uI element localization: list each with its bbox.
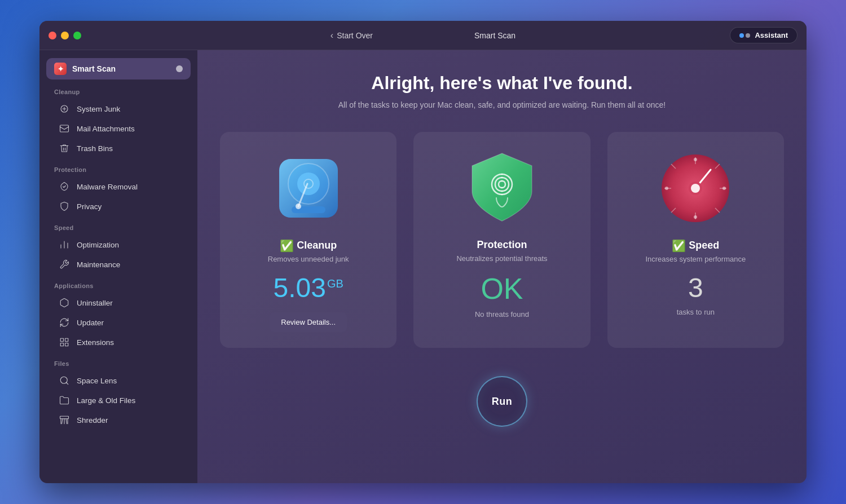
app-window: ‹ Start Over Smart Scan Assistant ✦ Smar… xyxy=(39,21,807,483)
close-button[interactable] xyxy=(49,32,56,39)
sidebar-label-shredder: Shredder xyxy=(77,416,108,425)
section-label-applications: Applications xyxy=(39,275,197,293)
main-subtext: All of the tasks to keep your Mac clean,… xyxy=(338,100,666,109)
sidebar-label-system-junk: System Junk xyxy=(77,105,120,113)
svg-rect-8 xyxy=(65,343,68,346)
svg-point-30 xyxy=(722,187,726,190)
sidebar-item-space-lens[interactable]: Space Lens xyxy=(44,371,193,390)
maintenance-icon xyxy=(59,259,70,270)
sidebar-label-mail-attachments: Mail Attachments xyxy=(77,125,135,133)
speed-gauge-icon xyxy=(659,152,732,225)
uninstaller-icon xyxy=(59,297,70,308)
sidebar-label-updater: Updater xyxy=(77,319,104,327)
sidebar-item-system-junk[interactable]: System Junk xyxy=(44,99,193,118)
sidebar-item-privacy[interactable]: Privacy xyxy=(44,197,193,216)
back-label: Start Over xyxy=(337,31,373,40)
cleanup-icon-wrapper xyxy=(269,149,348,228)
sidebar-label-large-old-files: Large & Old Files xyxy=(77,396,135,405)
optimization-icon xyxy=(59,239,70,250)
svg-rect-1 xyxy=(60,125,69,132)
sidebar-item-large-old-files[interactable]: Large & Old Files xyxy=(44,391,193,410)
svg-point-27 xyxy=(694,158,697,161)
svg-rect-11 xyxy=(60,416,69,419)
speed-title-row: ✅ Speed xyxy=(672,239,719,251)
dot-blue-icon xyxy=(739,33,744,38)
assistant-dots-icon xyxy=(739,33,750,38)
titlebar-center: ‹ Start Over Smart Scan xyxy=(331,30,515,41)
sidebar-item-extensions[interactable]: Extensions xyxy=(44,333,193,352)
main-content: Alright, here's what I've found. All of … xyxy=(197,50,807,483)
malware-icon xyxy=(59,181,70,192)
section-label-cleanup: Cleanup xyxy=(39,81,197,99)
sidebar-item-trash-bins[interactable]: Trash Bins xyxy=(44,139,193,158)
cards-row: ✅ Cleanup Removes unneeded junk 5.03GB R… xyxy=(220,132,784,348)
sidebar-item-maintenance[interactable]: Maintenance xyxy=(44,255,193,274)
run-button[interactable]: Run xyxy=(477,376,527,427)
toggle-dot-icon xyxy=(176,65,183,72)
protection-note: No threats found xyxy=(475,310,529,319)
speed-value-number: 3 xyxy=(688,273,703,303)
speed-card-title: Speed xyxy=(689,240,719,251)
svg-rect-7 xyxy=(60,343,63,346)
sidebar-label-malware-removal: Malware Removal xyxy=(77,183,138,191)
sidebar-item-shredder[interactable]: Shredder xyxy=(44,410,193,430)
chevron-left-icon: ‹ xyxy=(331,30,333,41)
protection-card: Protection Neutralizes potential threats… xyxy=(413,132,590,348)
cleanup-title-row: ✅ Cleanup xyxy=(280,239,337,251)
sidebar-item-updater[interactable]: Updater xyxy=(44,313,193,332)
section-label-files: Files xyxy=(39,352,197,370)
titlebar: ‹ Start Over Smart Scan Assistant xyxy=(39,21,807,50)
sidebar-label-space-lens: Space Lens xyxy=(77,377,117,385)
sidebar-label-uninstaller: Uninstaller xyxy=(77,299,113,307)
speed-note: tasks to run xyxy=(677,308,715,316)
speed-value: 3 xyxy=(688,272,703,303)
sidebar-active-label: Smart Scan xyxy=(72,64,170,73)
review-details-button[interactable]: Review Details... xyxy=(270,312,347,332)
content-area: ✦ Smart Scan Cleanup System Junk Mail At… xyxy=(39,50,807,483)
cleanup-check-icon: ✅ xyxy=(280,239,292,251)
protection-value: OK xyxy=(481,272,523,306)
sidebar-label-optimization: Optimization xyxy=(77,241,119,249)
system-junk-icon xyxy=(59,103,70,114)
svg-rect-6 xyxy=(65,338,68,341)
minimize-button[interactable] xyxy=(61,32,69,39)
dot-light-icon xyxy=(746,33,750,38)
protection-card-title: Protection xyxy=(477,239,527,251)
space-lens-icon xyxy=(59,375,70,386)
extensions-icon xyxy=(59,337,70,348)
smart-scan-icon: ✦ xyxy=(54,63,67,75)
trash-icon xyxy=(59,143,70,154)
section-label-protection: Protection xyxy=(39,158,197,176)
speed-icon-wrapper xyxy=(656,149,735,228)
svg-point-28 xyxy=(694,215,697,219)
cleanup-card-title: Cleanup xyxy=(297,240,337,251)
cleanup-card: ✅ Cleanup Removes unneeded junk 5.03GB R… xyxy=(220,132,396,348)
svg-line-10 xyxy=(66,382,68,384)
cleanup-value-number: 5.03 xyxy=(274,273,326,303)
svg-point-29 xyxy=(665,187,668,190)
sidebar-item-uninstaller[interactable]: Uninstaller xyxy=(44,293,193,312)
cleanup-value-unit: GB xyxy=(327,277,343,290)
sidebar-item-smart-scan[interactable]: ✦ Smart Scan xyxy=(46,58,191,79)
files-icon xyxy=(59,395,70,406)
mail-icon xyxy=(59,123,70,134)
maximize-button[interactable] xyxy=(73,32,81,39)
cleanup-subtitle: Removes unneeded junk xyxy=(268,255,349,263)
protection-value-text: OK xyxy=(481,272,523,305)
svg-point-17 xyxy=(296,204,301,209)
protection-subtitle: Neutralizes potential threats xyxy=(456,254,547,263)
sidebar-label-trash-bins: Trash Bins xyxy=(77,144,113,153)
svg-rect-5 xyxy=(60,338,63,341)
sidebar-label-maintenance: Maintenance xyxy=(77,260,120,269)
protection-shield-icon xyxy=(465,149,539,228)
updater-icon xyxy=(59,317,70,328)
sidebar-item-mail-attachments[interactable]: Mail Attachments xyxy=(44,119,193,138)
back-button[interactable]: ‹ Start Over xyxy=(331,30,373,41)
sidebar-item-optimization[interactable]: Optimization xyxy=(44,235,193,254)
cleanup-disk-icon xyxy=(275,154,342,222)
sidebar-item-malware-removal[interactable]: Malware Removal xyxy=(44,177,193,196)
sidebar-label-privacy: Privacy xyxy=(77,202,102,211)
assistant-button[interactable]: Assistant xyxy=(730,27,797,43)
section-label-speed: Speed xyxy=(39,216,197,235)
traffic-lights xyxy=(49,32,81,39)
